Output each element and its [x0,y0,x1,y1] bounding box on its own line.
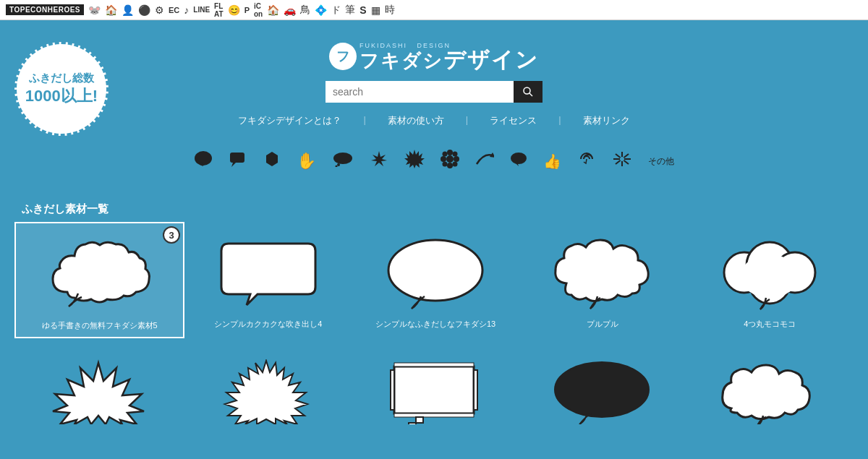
topbar-icon-pen[interactable]: 筆 [345,4,355,17]
topbar: TOPECONHEROES 🐭 🏠 👤 ⚫ ⚙ EC ♪ LINE FLAT 😊… [0,0,868,20]
topbar-icon-icon[interactable]: iCon [254,2,263,18]
topbar-icon-do[interactable]: ド [331,4,341,17]
search-input[interactable] [326,81,514,103]
topbar-icon-car[interactable]: 🚗 [284,4,296,16]
cat-icon-burst[interactable] [370,150,388,173]
card-img-8 [376,348,492,435]
cat-icon-hexagon[interactable] [263,150,281,172]
cards-grid-row1: 3 ゆる手書きの無料フキダシ素材5 シンプルカクカクな吹き出し4 [0,222,868,338]
topbar-icon-music[interactable]: ♪ [184,4,189,16]
nav-link-license[interactable]: ライセンス [490,114,537,127]
card-5[interactable]: 4つ丸モコモコ [686,222,854,338]
card-label-3: シンプルなふきだしなフキダシ13 [375,319,495,330]
svg-point-18 [453,152,458,157]
cat-icon-small-chat[interactable] [510,152,527,171]
search-button[interactable] [514,81,542,103]
svg-point-17 [443,152,448,157]
card-6[interactable] [14,341,182,444]
card-4[interactable]: プルプル [519,222,686,338]
card-9[interactable] [518,341,686,444]
topbar-brand[interactable]: TOPECONHEROES [6,4,84,15]
topbar-icon-ec[interactable]: EC [169,6,179,14]
svg-rect-42 [416,417,423,423]
card-7[interactable] [182,341,350,444]
nav-links: フキダシデザインとは？ | 素材の使い方 | ライセンス | 素材リンク [0,114,868,127]
card-img-10 [712,348,827,435]
badge-line1: ふきだし総数 [29,70,94,85]
svg-rect-43 [409,423,416,424]
main-area: ふきだし総数 1000以上! フ FUKIDASHI DESIGN フキダシデザ… [0,20,868,444]
card-label-4: プルプル [587,319,618,330]
card-2[interactable]: シンプルカクカクな吹き出し4 [184,222,352,338]
svg-rect-40 [394,363,474,366]
nav-link-links[interactable]: 素材リンク [583,114,630,127]
card-img-9 [544,348,660,435]
card-img-2 [210,229,326,316]
cat-icon-thumbs-up[interactable]: 👍 [543,153,561,170]
svg-marker-11 [404,150,425,168]
svg-point-9 [336,166,338,168]
svg-point-44 [555,362,649,417]
bubble-badge: ふきだし総数 1000以上! [14,42,109,136]
category-icon-row: ✋ [0,142,868,181]
card-8[interactable] [350,341,518,444]
logo-subtitle-en: FUKIDASHI DESIGN [359,42,451,49]
cat-icon-other[interactable]: その他 [648,155,674,168]
topbar-icon-person[interactable]: 👤 [122,4,134,16]
svg-marker-6 [266,152,278,166]
card-1[interactable]: 3 ゆる手書きの無料フキダシ素材5 [14,222,184,338]
svg-marker-36 [225,361,307,424]
svg-marker-10 [371,151,387,166]
cat-icon-starcross[interactable] [612,150,632,172]
cat-icon-flower[interactable] [441,150,459,173]
logo-text: FUKIDASHI DESIGN フキダシデザイン [359,42,539,71]
cards-grid-row2 [0,341,868,444]
nav-link-about[interactable]: フキダシデザインとは？ [238,114,341,127]
topbar-icon-p[interactable]: P [244,6,250,14]
topbar-icon-dot[interactable]: ⚫ [138,4,150,16]
card-10[interactable] [686,341,854,444]
svg-line-1 [529,93,532,96]
svg-rect-4 [230,153,244,163]
topbar-icon-settings[interactable]: ⚙ [155,4,164,16]
cat-icon-hand[interactable]: ✋ [297,152,316,171]
topbar-icon-hex[interactable]: 💠 [315,4,327,16]
topbar-icon-grid[interactable]: ▦ [371,4,380,16]
svg-point-19 [443,162,448,167]
card-badge-1: 3 [163,226,180,244]
topbar-icon-bird[interactable]: 鳥 [300,4,310,17]
topbar-icon-house2[interactable]: 🏠 [267,4,279,16]
topbar-icon-face[interactable]: 😊 [228,4,240,16]
svg-point-0 [524,87,530,94]
cat-icon-spiky[interactable] [404,149,425,173]
logo-area: フ FUKIDASHI DESIGN フキダシデザイン [0,35,868,81]
topbar-icon-time[interactable]: 時 [385,4,395,17]
card-img-3 [378,229,493,316]
svg-point-15 [441,156,446,162]
cat-icon-chat[interactable] [229,150,247,172]
svg-rect-38 [391,370,394,410]
badge-line2: 1000以上! [25,85,98,108]
section-label: ふきだし素材一覧 [0,195,868,222]
cat-icon-swirl[interactable] [577,150,596,173]
cat-icon-thought[interactable] [332,151,354,171]
card-3[interactable]: シンプルなふきだしなフキダシ13 [352,222,519,338]
logo-circle[interactable]: フ [329,43,357,70]
logo-title-ja: フキダシデザイン [359,49,539,71]
topbar-icon-line[interactable]: LINE [193,6,210,14]
cat-icon-speech-filled[interactable] [194,150,213,172]
svg-point-34 [741,254,799,298]
svg-point-13 [447,150,453,155]
svg-point-12 [446,155,454,163]
topbar-icon-home[interactable]: 🏠 [105,4,117,16]
svg-marker-5 [231,163,236,167]
nav-link-usage[interactable]: 素材の使い方 [388,114,444,127]
topbar-icon-flat[interactable]: FLAT [214,2,224,18]
cat-icon-arrow[interactable] [475,151,494,171]
svg-rect-39 [474,370,477,410]
card-label-5: 4つ丸モコモコ [744,319,796,330]
topbar-icon-animal[interactable]: 🐭 [88,4,101,16]
svg-rect-41 [394,413,474,417]
card-label-1: ゆる手書きの無料フキダシ素材5 [42,320,158,331]
topbar-icon-s[interactable]: S [359,4,366,16]
